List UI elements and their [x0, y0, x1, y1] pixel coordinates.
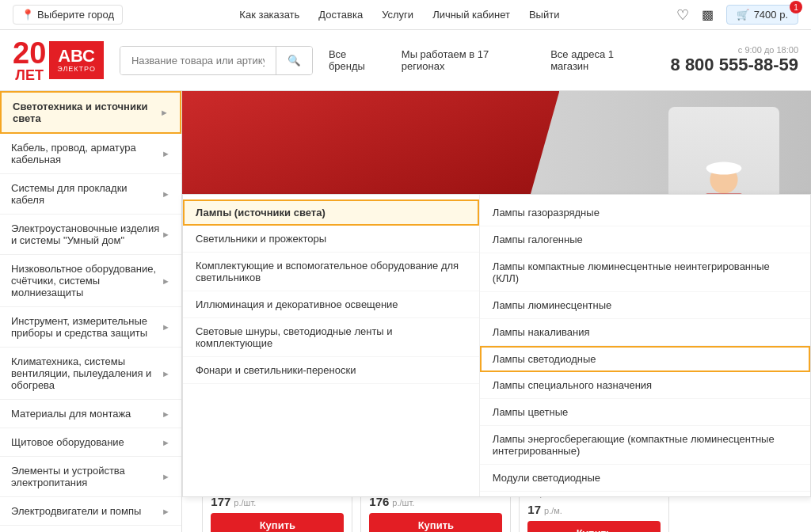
sidebar-arrow-9: ► [162, 472, 170, 481]
mega-item-lyuminescent[interactable]: Лампы люминесцентные [480, 292, 810, 319]
search-wrap: 🔍 [120, 46, 313, 75]
top-navigation: 📍 Выберите город Как заказать Доставка У… [0, 0, 811, 30]
sidebar-item-6[interactable]: Климатехника, системы вентиляции, пылеуд… [0, 348, 181, 400]
sidebar-arrow-4: ► [162, 276, 170, 286]
sidebar-item-10[interactable]: Электродвигатели и помпы ► [0, 497, 181, 526]
product-price-unit-2: р./м. [544, 506, 562, 515]
mega-item-galogen[interactable]: Лампы галогенные [480, 226, 810, 253]
logout-link[interactable]: Выйти [529, 9, 560, 21]
sidebar-arrow-8: ► [162, 438, 170, 447]
search-icon: 🔍 [287, 55, 301, 66]
top-nav-right: ♡ ▩ 1 🛒 7400 р. [676, 5, 798, 25]
sidebar-arrow-10: ► [162, 507, 170, 516]
sidebar-item-5[interactable]: Инструмент, измерительные приборы и сред… [0, 307, 181, 348]
product-price-unit-0: р./шт. [234, 498, 256, 507]
city-selector[interactable]: 📍 Выберите город [13, 5, 123, 25]
logo-let-text: ЛЕТ [15, 68, 44, 82]
mega-item-spec[interactable]: Лампы специального назначения [480, 372, 810, 399]
mega-col-1: Лампы (источники света) Светильники и пр… [183, 195, 480, 496]
top-nav-links: Как заказать Доставка Услуги Личный каби… [142, 9, 657, 21]
mega-item-moduli[interactable]: Модули светодиодные [480, 465, 810, 492]
mega-item-kompakt-kll[interactable]: Лампы компактные люминесцентные неинтегр… [480, 253, 810, 292]
sidebar-arrow-6: ► [162, 369, 170, 378]
personal-cabinet-link[interactable]: Личный кабинет [432, 9, 510, 21]
search-input[interactable] [120, 47, 276, 74]
sidebar-item-7[interactable]: Материалы для монтажа ► [0, 400, 181, 428]
sidebar-arrow-7: ► [162, 409, 170, 419]
mega-item-svetodiodnye[interactable]: Лампы светодиодные [480, 346, 810, 372]
header-right: с 9:00 до 18:00 8 800 555-88-59 [671, 45, 798, 75]
brands-link[interactable]: Все бренды [329, 48, 386, 72]
stores-link[interactable]: Все адреса 1 магазин [550, 48, 654, 72]
svg-point-1 [706, 162, 742, 175]
location-icon: 📍 [21, 9, 34, 21]
mega-item-lamps-sources[interactable]: Лампы (источники света) [183, 200, 479, 226]
header-hours: с 9:00 до 18:00 [671, 45, 798, 55]
mega-item-fonari[interactable]: Фонари и светильники-переноски [183, 357, 479, 384]
header: 20 ЛЕТ АВС ЭЛЕКТРО 🔍 Все бренды Мы работ… [0, 30, 811, 91]
mega-item-cvetnye[interactable]: Лампы цветные [480, 399, 810, 426]
mega-item-svetilniki[interactable]: Светильники и прожекторы [183, 226, 479, 253]
sidebar-item-9[interactable]: Элементы и устройства электропитания ► [0, 457, 181, 497]
logo[interactable]: 20 ЛЕТ АВС ЭЛЕКТРО [13, 38, 104, 82]
mega-item-gazor[interactable]: Лампы газоразрядные [480, 200, 810, 226]
mega-item-nakalivaniya[interactable]: Лампы накаливания [480, 319, 810, 346]
mega-menu: Лампы (источники света) Светильники и пр… [182, 194, 811, 497]
sidebar-item-0[interactable]: Светотехника и источники света ► [0, 91, 181, 134]
city-label: Выберите город [37, 9, 114, 21]
services-link[interactable]: Услуги [382, 9, 413, 21]
mega-item-illumination[interactable]: Иллюминация и декоративное освещение [183, 291, 479, 318]
sidebar: Светотехника и источники света ► Кабель,… [0, 91, 182, 532]
search-button[interactable]: 🔍 [276, 47, 312, 74]
logo-abc-block: АВС ЭЛЕКТРО [49, 41, 104, 79]
main-content: Светотехника и источники света ► Кабель,… [0, 91, 811, 532]
sidebar-arrow-2: ► [162, 189, 170, 199]
wishlist-icon[interactable]: ♡ [676, 6, 689, 24]
mega-col-2: Лампы газоразрядные Лампы галогенные Лам… [480, 195, 810, 496]
how-to-order-link[interactable]: Как заказать [239, 9, 299, 21]
sidebar-arrow-5: ► [162, 322, 170, 332]
logo-20-text: 20 [13, 38, 46, 68]
sidebar-item-1[interactable]: Кабель, провод, арматура кабельная ► [0, 134, 181, 174]
mega-item-energosberegayuschie[interactable]: Лампы энергосберегающие (компактные люми… [480, 426, 810, 465]
header-phone: 8 800 555-88-59 [671, 55, 798, 75]
sidebar-item-4[interactable]: Низковольтное оборудование, счётчики, си… [0, 255, 181, 307]
logo-years: 20 ЛЕТ [13, 38, 46, 82]
mega-item-svetovye[interactable]: Световые шнуры, светодиодные ленты и ком… [183, 318, 479, 357]
delivery-link[interactable]: Доставка [318, 9, 363, 21]
header-links: Все бренды Мы работаем в 17 регионах Все… [329, 48, 655, 72]
product-price-unit-1: р./шт. [392, 498, 414, 507]
sidebar-arrow-0: ► [160, 108, 169, 117]
sidebar-arrow-3: ► [162, 230, 170, 239]
logo-abc-text: АВС [58, 48, 95, 65]
search-block: 🔍 [120, 46, 313, 75]
product-price-new-row-2: 17 р./м. [527, 503, 661, 516]
sidebar-arrow-1: ► [162, 149, 170, 158]
buy-button-1[interactable]: Купить [369, 513, 502, 532]
logo-electro-text: ЭЛЕКТРО [57, 65, 96, 73]
buy-button-0[interactable]: Купить [211, 513, 344, 532]
sidebar-item-2[interactable]: Системы для прокладки кабеля ► [0, 174, 181, 215]
regions-link[interactable]: Мы работаем в 17 регионах [402, 48, 535, 72]
sidebar-item-8[interactable]: Щитовое оборудование ► [0, 428, 181, 457]
stats-icon[interactable]: ▩ [702, 7, 714, 22]
cart-icon: 🛒 [737, 9, 749, 21]
product-price-new-2: 17 [527, 503, 541, 516]
sidebar-item-3[interactable]: Электроустановочные изделия и системы "У… [0, 215, 181, 255]
cart-button[interactable]: 1 🛒 7400 р. [726, 5, 798, 25]
cart-amount: 7400 р. [754, 9, 788, 21]
mega-item-komplektuyuschie[interactable]: Комплектующие и вспомогательное оборудов… [183, 253, 479, 291]
buy-button-2[interactable]: Купить [527, 521, 661, 532]
cart-badge: 1 [790, 1, 802, 13]
